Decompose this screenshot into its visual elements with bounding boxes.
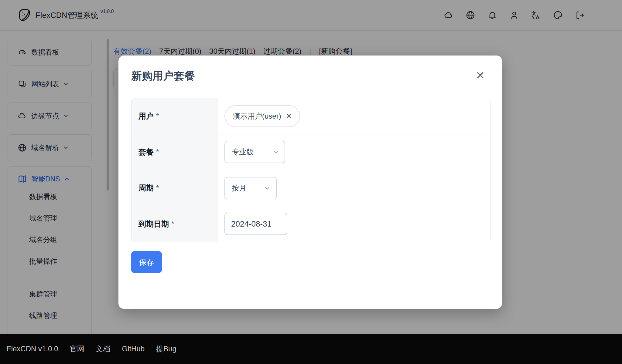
new-package-dialog: 新购用户套餐 ✕ 用户* 演示用户(user) ✕ 套餐* 专业版 周	[118, 56, 502, 309]
field-expire-date	[217, 206, 490, 242]
required-mark: *	[156, 112, 159, 120]
package-form: 用户* 演示用户(user) ✕ 套餐* 专业版 周期* 按月	[131, 98, 490, 242]
field-label-expire-date: 到期日期*	[132, 206, 217, 242]
field-label-plan: 套餐*	[132, 134, 217, 170]
page-footer: FlexCDN v1.0.0 官网 文档 GitHub 提Bug	[0, 334, 622, 364]
field-user: 演示用户(user) ✕	[217, 98, 490, 134]
required-mark: *	[156, 184, 159, 192]
user-chip-label: 演示用户(user)	[233, 111, 281, 121]
dialog-title: 新购用户套餐	[131, 69, 195, 83]
period-select-value: 按月	[232, 183, 246, 193]
required-mark: *	[171, 220, 174, 228]
user-chip[interactable]: 演示用户(user) ✕	[224, 105, 300, 127]
field-label-period: 周期*	[132, 170, 217, 206]
period-select[interactable]: 按月	[224, 177, 277, 199]
footer-link-official-site[interactable]: 官网	[70, 344, 84, 354]
field-period: 按月	[217, 170, 490, 206]
close-icon[interactable]: ✕	[473, 69, 487, 82]
remove-user-icon[interactable]: ✕	[286, 113, 292, 120]
expire-date-input[interactable]	[224, 213, 287, 235]
field-plan: 专业版	[217, 134, 490, 170]
save-button[interactable]: 保存	[131, 251, 162, 273]
footer-link-report-bug[interactable]: 提Bug	[156, 344, 176, 354]
chevron-down-icon	[264, 185, 270, 191]
footer-brand: FlexCDN v1.0.0	[7, 345, 58, 353]
plan-select[interactable]: 专业版	[224, 141, 285, 163]
plan-select-value: 专业版	[232, 147, 254, 157]
field-label-user: 用户*	[132, 98, 217, 134]
footer-link-docs[interactable]: 文档	[96, 344, 110, 354]
footer-link-github[interactable]: GitHub	[122, 345, 145, 353]
chevron-down-icon	[272, 149, 279, 155]
required-mark: *	[156, 148, 159, 156]
